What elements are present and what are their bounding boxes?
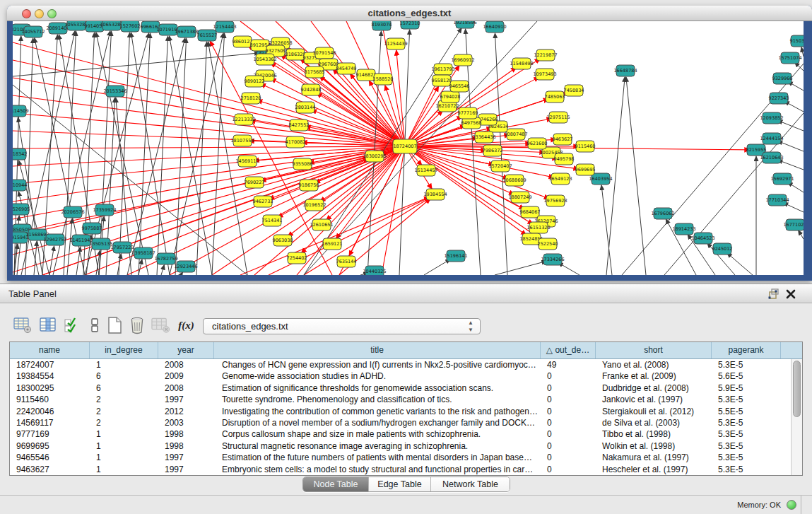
graph-node[interactable]: 9329966 <box>772 73 793 84</box>
graph-node[interactable]: 10543362 <box>253 54 276 65</box>
graph-node[interactable]: 7690227 <box>245 177 265 188</box>
delete-table-icon[interactable] <box>127 315 146 335</box>
zoom-traffic-light[interactable] <box>47 9 57 18</box>
column-header-in_degree[interactable]: in_degree <box>90 342 158 358</box>
float-panel-icon[interactable] <box>767 288 780 300</box>
graph-node[interactable]: 16771021 <box>783 219 804 230</box>
graph-node[interactable]: 11548498 <box>510 58 533 69</box>
graph-node[interactable]: 19671388 <box>175 26 198 37</box>
graph-node[interactable]: 9463627 <box>553 134 573 145</box>
graph-node[interactable]: 12942757 <box>43 234 66 245</box>
graph-node[interactable]: 4170082 <box>286 136 306 148</box>
graph-node[interactable]: 18807249 <box>508 192 531 203</box>
graph-node[interactable]: 10440325 <box>363 266 386 275</box>
graph-node[interactable]: 15720407 <box>488 160 512 172</box>
graph-node[interactable]: 16796062 <box>651 208 674 219</box>
graph-node[interactable]: 19756928 <box>543 195 567 206</box>
memory-status-indicator[interactable] <box>787 500 796 510</box>
graph-node[interactable]: 12975115 <box>546 112 570 123</box>
graph-node[interactable]: 20153346 <box>103 86 126 97</box>
graph-node[interactable]: 11254439 <box>384 38 407 49</box>
graph-node[interactable]: 7635144 <box>336 256 357 267</box>
graph-node[interactable]: 13958187 <box>131 247 155 259</box>
table-vertical-scrollbar[interactable] <box>791 359 802 475</box>
table-row[interactable]: 977716911998Corpus callosum shape and si… <box>10 428 791 440</box>
graph-node[interactable]: 1659121 <box>322 238 343 250</box>
graph-node[interactable]: 15196141 <box>444 250 467 262</box>
graph-node[interactable]: 9245012 <box>712 243 733 255</box>
graph-node[interactable]: 1588520 <box>373 74 394 85</box>
graph-node[interactable]: 19384554 <box>423 189 447 200</box>
graph-node[interactable]: 9465546 <box>449 81 470 92</box>
graph-node[interactable]: 6794028 <box>440 91 461 103</box>
graph-node[interactable]: 12154443 <box>213 21 236 33</box>
graph-node[interactable]: 16640910 <box>483 21 506 33</box>
graph-node[interactable]: 7254402 <box>287 252 307 264</box>
column-header-title[interactable]: title <box>214 342 541 358</box>
graph-node[interactable]: 2718120 <box>241 93 261 104</box>
graph-node[interactable]: 8427552 <box>289 119 310 131</box>
graph-node[interactable]: 10464523 <box>691 233 714 244</box>
close-panel-icon[interactable] <box>784 288 797 300</box>
graph-node[interactable]: 10791546 <box>312 47 336 59</box>
graph-node[interactable]: 7986372 <box>483 145 503 156</box>
graph-node[interactable]: 7615527 <box>197 30 218 41</box>
graph-node[interactable]: 9495798 <box>554 153 575 165</box>
graph-node[interactable]: 13505135 <box>89 238 112 250</box>
graph-node[interactable]: 12444154 <box>760 133 783 144</box>
table-row[interactable]: 1938455462009Genome-wide association stu… <box>10 370 791 382</box>
graph-node[interactable]: 1572310 <box>400 21 420 29</box>
scrollbar-thumb[interactable] <box>793 361 801 417</box>
column-header-out_de[interactable]: △ out_de… <box>541 342 596 358</box>
column-header-short[interactable]: short <box>596 342 712 358</box>
graph-node[interactable]: 12923446 <box>174 261 197 272</box>
column-header-name[interactable]: name <box>10 342 90 358</box>
graph-node[interactable]: 7450834 <box>564 85 584 96</box>
graph-node[interactable]: 12219877 <box>534 49 557 61</box>
network-canvas-wrap[interactable]: 1872400782108421405571220891406105532879… <box>13 21 804 275</box>
network-window-titlebar[interactable]: citations_edges.txt <box>7 6 812 21</box>
function-builder-icon[interactable]: f(x) <box>177 315 196 335</box>
graph-node[interactable]: 9150343 <box>790 35 804 47</box>
graph-node[interactable]: 16549123 <box>548 173 572 185</box>
graph-node[interactable]: 7514341 <box>262 215 283 226</box>
tab-edge-table[interactable]: Edge Table <box>368 477 430 491</box>
graph-node[interactable]: 16151320 <box>526 222 550 233</box>
table-row[interactable]: 1830029562008Estimation of significance … <box>10 382 791 394</box>
graph-node[interactable]: 18107554 <box>230 135 254 146</box>
graph-node[interactable]: 19613793 <box>431 64 454 75</box>
close-traffic-light[interactable] <box>22 9 31 18</box>
graph-node[interactable]: 17334266 <box>541 254 564 265</box>
graph-node[interactable]: 18300295 <box>363 151 386 162</box>
table-source-dropdown[interactable]: citations_edges.txt ▲▼ <box>203 318 481 334</box>
graph-node[interactable]: 9355086 <box>293 158 313 170</box>
graph-node[interactable]: 15134457 <box>414 165 437 176</box>
graph-node[interactable]: 2522540 <box>538 238 558 250</box>
graph-node[interactable]: 9621600 <box>527 138 548 149</box>
graph-node[interactable]: 9777169 <box>458 107 478 119</box>
graph-node[interactable]: 17957223 <box>110 242 134 253</box>
graph-node[interactable]: 14569117 <box>235 156 259 167</box>
graph-node[interactable]: 9186756 <box>299 180 319 191</box>
graph-node[interactable]: 7485063 <box>545 91 565 103</box>
graph-node[interactable]: 15692971 <box>770 173 794 185</box>
graph-node[interactable]: 9975887 <box>82 223 102 234</box>
graph-node[interactable]: 17359924 <box>93 204 116 216</box>
new-document-icon[interactable] <box>105 315 124 335</box>
graph-node[interactable]: 18914233 <box>672 223 695 235</box>
tab-network-table[interactable]: Network Table <box>430 477 510 491</box>
table-row[interactable]: 946554611997Estimation of the future num… <box>10 452 791 463</box>
graph-node[interactable]: 10973493 <box>533 69 556 80</box>
table-row[interactable]: 1456911722003Disruption of a novel membe… <box>10 417 791 428</box>
table-row[interactable]: 969969511998Structural magnetic resonanc… <box>10 440 791 452</box>
graph-node[interactable]: 10688609 <box>502 175 526 186</box>
graph-node[interactable]: 2803144 <box>295 102 316 113</box>
column-header-pagerank[interactable]: pagerank <box>712 342 781 358</box>
column-select-icon[interactable] <box>38 315 57 335</box>
graph-node[interactable]: 18724007 <box>393 139 417 153</box>
graph-node[interactable]: 23364436 <box>472 132 495 143</box>
table-row[interactable]: 911546021997Tourette syndrome. Phenomeno… <box>10 394 791 405</box>
graph-node[interactable]: 9063038 <box>273 235 293 246</box>
graph-node[interactable]: 9115460 <box>575 141 596 152</box>
table-row[interactable]: 1872400712008Changes of HCN gene express… <box>10 359 791 370</box>
